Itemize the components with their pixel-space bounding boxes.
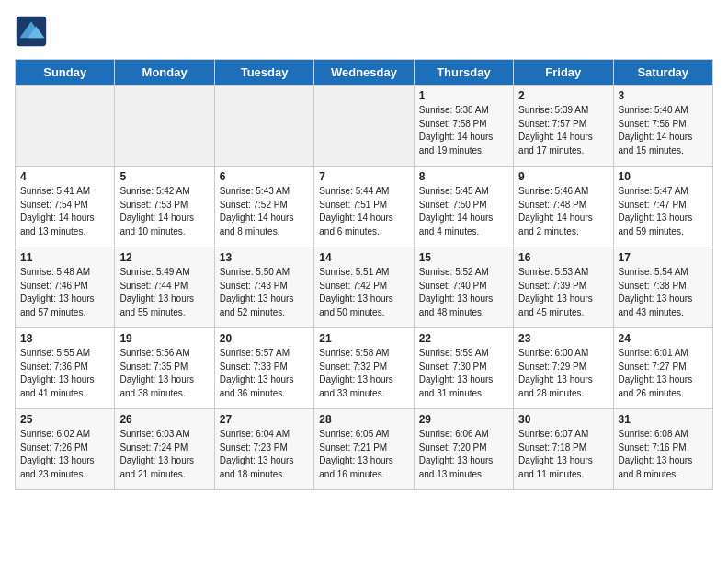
day-number: 24	[619, 332, 708, 345]
day-number: 23	[518, 332, 608, 345]
day-detail: Sunrise: 5:49 AMSunset: 7:44 PMDaylight:…	[119, 266, 209, 319]
calendar-cell: 2Sunrise: 5:39 AMSunset: 7:57 PMDaylight…	[514, 86, 613, 167]
day-number: 16	[518, 251, 608, 264]
day-number: 28	[319, 413, 408, 426]
weekday-header-friday: Friday	[514, 60, 613, 86]
weekday-header-sunday: Sunday	[16, 60, 115, 86]
calendar-cell: 9Sunrise: 5:46 AMSunset: 7:48 PMDaylight…	[514, 167, 613, 247]
calendar-table: SundayMondayTuesdayWednesdayThursdayFrid…	[15, 59, 713, 490]
calendar-body: 1Sunrise: 5:38 AMSunset: 7:58 PMDaylight…	[16, 86, 713, 490]
calendar-cell: 29Sunrise: 6:06 AMSunset: 7:20 PMDayligh…	[414, 409, 513, 490]
calendar-cell: 18Sunrise: 5:55 AMSunset: 7:36 PMDayligh…	[16, 328, 115, 409]
day-detail: Sunrise: 5:58 AMSunset: 7:32 PMDaylight:…	[319, 347, 408, 400]
day-detail: Sunrise: 6:08 AMSunset: 7:16 PMDaylight:…	[619, 428, 708, 481]
weekday-header-monday: Monday	[115, 60, 214, 86]
weekday-header-saturday: Saturday	[613, 60, 712, 86]
day-number: 7	[319, 170, 408, 183]
calendar-cell	[16, 86, 115, 167]
day-detail: Sunrise: 5:43 AMSunset: 7:52 PMDaylight:…	[220, 185, 309, 238]
weekday-header-wednesday: Wednesday	[314, 60, 414, 86]
day-detail: Sunrise: 5:56 AMSunset: 7:35 PMDaylight:…	[119, 347, 209, 400]
day-number: 6	[220, 170, 309, 183]
calendar-cell: 31Sunrise: 6:08 AMSunset: 7:16 PMDayligh…	[613, 409, 712, 490]
calendar-cell	[314, 86, 414, 167]
calendar-cell: 27Sunrise: 6:04 AMSunset: 7:23 PMDayligh…	[214, 409, 313, 490]
day-number: 5	[119, 170, 209, 183]
day-number: 30	[518, 413, 608, 426]
calendar-cell	[214, 86, 313, 167]
day-number: 29	[419, 413, 508, 426]
weekday-header-tuesday: Tuesday	[214, 60, 313, 86]
logo	[15, 15, 51, 48]
day-number: 25	[20, 413, 109, 426]
calendar-cell: 17Sunrise: 5:54 AMSunset: 7:38 PMDayligh…	[613, 247, 712, 328]
calendar-cell: 6Sunrise: 5:43 AMSunset: 7:52 PMDaylight…	[214, 167, 313, 247]
calendar-cell: 7Sunrise: 5:44 AMSunset: 7:51 PMDaylight…	[314, 167, 414, 247]
day-detail: Sunrise: 5:54 AMSunset: 7:38 PMDaylight:…	[619, 266, 708, 319]
day-detail: Sunrise: 6:03 AMSunset: 7:24 PMDaylight:…	[119, 428, 209, 481]
calendar-cell: 15Sunrise: 5:52 AMSunset: 7:40 PMDayligh…	[414, 247, 513, 328]
day-detail: Sunrise: 5:39 AMSunset: 7:57 PMDaylight:…	[518, 104, 608, 157]
calendar-week-5: 25Sunrise: 6:02 AMSunset: 7:26 PMDayligh…	[16, 409, 713, 490]
calendar-cell: 25Sunrise: 6:02 AMSunset: 7:26 PMDayligh…	[16, 409, 115, 490]
calendar-week-2: 4Sunrise: 5:41 AMSunset: 7:54 PMDaylight…	[16, 167, 713, 247]
calendar-cell	[115, 86, 214, 167]
calendar-cell: 20Sunrise: 5:57 AMSunset: 7:33 PMDayligh…	[214, 328, 313, 409]
day-detail: Sunrise: 5:44 AMSunset: 7:51 PMDaylight:…	[319, 185, 408, 238]
weekday-header-thursday: Thursday	[414, 60, 513, 86]
day-number: 20	[220, 332, 309, 345]
page-header	[15, 15, 713, 48]
calendar-cell: 21Sunrise: 5:58 AMSunset: 7:32 PMDayligh…	[314, 328, 414, 409]
calendar-cell: 22Sunrise: 5:59 AMSunset: 7:30 PMDayligh…	[414, 328, 513, 409]
day-detail: Sunrise: 5:57 AMSunset: 7:33 PMDaylight:…	[220, 347, 309, 400]
calendar-cell: 8Sunrise: 5:45 AMSunset: 7:50 PMDaylight…	[414, 167, 513, 247]
day-detail: Sunrise: 6:02 AMSunset: 7:26 PMDaylight:…	[20, 428, 109, 481]
day-detail: Sunrise: 5:48 AMSunset: 7:46 PMDaylight:…	[20, 266, 109, 319]
day-number: 22	[419, 332, 508, 345]
calendar-week-3: 11Sunrise: 5:48 AMSunset: 7:46 PMDayligh…	[16, 247, 713, 328]
day-number: 10	[619, 170, 708, 183]
day-detail: Sunrise: 5:52 AMSunset: 7:40 PMDaylight:…	[419, 266, 508, 319]
calendar-cell: 1Sunrise: 5:38 AMSunset: 7:58 PMDaylight…	[414, 86, 513, 167]
day-number: 8	[419, 170, 508, 183]
day-number: 1	[419, 89, 508, 102]
day-number: 13	[220, 251, 309, 264]
calendar-cell: 12Sunrise: 5:49 AMSunset: 7:44 PMDayligh…	[115, 247, 214, 328]
day-detail: Sunrise: 5:55 AMSunset: 7:36 PMDaylight:…	[20, 347, 109, 400]
day-detail: Sunrise: 5:53 AMSunset: 7:39 PMDaylight:…	[518, 266, 608, 319]
day-detail: Sunrise: 5:40 AMSunset: 7:56 PMDaylight:…	[619, 104, 708, 157]
day-number: 18	[20, 332, 109, 345]
day-detail: Sunrise: 5:38 AMSunset: 7:58 PMDaylight:…	[419, 104, 508, 157]
day-number: 4	[20, 170, 109, 183]
calendar-cell: 16Sunrise: 5:53 AMSunset: 7:39 PMDayligh…	[514, 247, 613, 328]
day-detail: Sunrise: 6:06 AMSunset: 7:20 PMDaylight:…	[419, 428, 508, 481]
day-number: 15	[419, 251, 508, 264]
calendar-cell: 24Sunrise: 6:01 AMSunset: 7:27 PMDayligh…	[613, 328, 712, 409]
calendar-cell: 30Sunrise: 6:07 AMSunset: 7:18 PMDayligh…	[514, 409, 613, 490]
day-detail: Sunrise: 5:51 AMSunset: 7:42 PMDaylight:…	[319, 266, 408, 319]
calendar-cell: 26Sunrise: 6:03 AMSunset: 7:24 PMDayligh…	[115, 409, 214, 490]
day-number: 17	[619, 251, 708, 264]
day-detail: Sunrise: 6:00 AMSunset: 7:29 PMDaylight:…	[518, 347, 608, 400]
day-number: 26	[119, 413, 209, 426]
day-number: 14	[319, 251, 408, 264]
day-number: 3	[619, 89, 708, 102]
calendar-cell: 4Sunrise: 5:41 AMSunset: 7:54 PMDaylight…	[16, 167, 115, 247]
day-detail: Sunrise: 5:59 AMSunset: 7:30 PMDaylight:…	[419, 347, 508, 400]
day-detail: Sunrise: 5:41 AMSunset: 7:54 PMDaylight:…	[20, 185, 109, 238]
day-detail: Sunrise: 5:47 AMSunset: 7:47 PMDaylight:…	[619, 185, 708, 238]
day-number: 12	[119, 251, 209, 264]
calendar-cell: 11Sunrise: 5:48 AMSunset: 7:46 PMDayligh…	[16, 247, 115, 328]
logo-icon	[15, 15, 48, 48]
calendar-cell: 5Sunrise: 5:42 AMSunset: 7:53 PMDaylight…	[115, 167, 214, 247]
calendar-cell: 13Sunrise: 5:50 AMSunset: 7:43 PMDayligh…	[214, 247, 313, 328]
day-number: 21	[319, 332, 408, 345]
day-detail: Sunrise: 5:46 AMSunset: 7:48 PMDaylight:…	[518, 185, 608, 238]
calendar-week-4: 18Sunrise: 5:55 AMSunset: 7:36 PMDayligh…	[16, 328, 713, 409]
day-detail: Sunrise: 5:45 AMSunset: 7:50 PMDaylight:…	[419, 185, 508, 238]
calendar-cell: 14Sunrise: 5:51 AMSunset: 7:42 PMDayligh…	[314, 247, 414, 328]
calendar-cell: 3Sunrise: 5:40 AMSunset: 7:56 PMDaylight…	[613, 86, 712, 167]
calendar-week-1: 1Sunrise: 5:38 AMSunset: 7:58 PMDaylight…	[16, 86, 713, 167]
day-detail: Sunrise: 6:01 AMSunset: 7:27 PMDaylight:…	[619, 347, 708, 400]
day-number: 31	[619, 413, 708, 426]
